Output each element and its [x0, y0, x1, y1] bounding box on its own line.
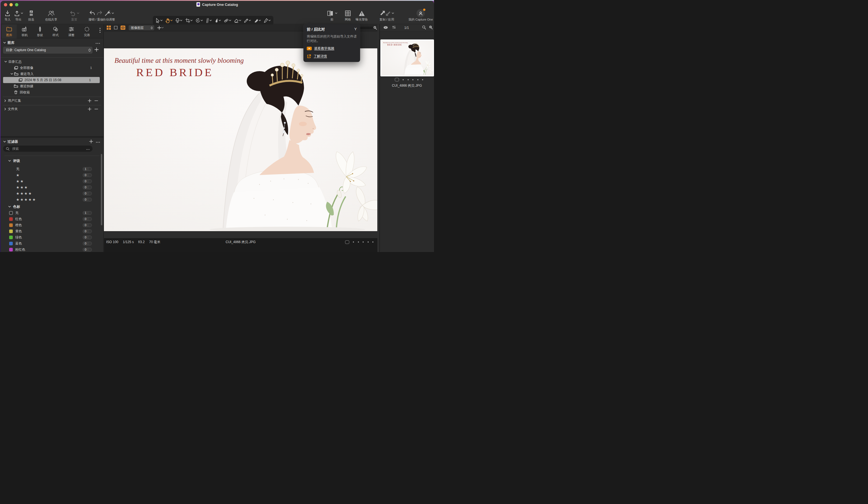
- main-toolbar: 导入 导出 筛选 在线共享: [1, 8, 434, 24]
- filter-row-color-none[interactable]: 无1: [1, 210, 103, 216]
- tab-library[interactable]: 图库: [2, 24, 17, 38]
- filter-row-color-red[interactable]: 红色0: [1, 216, 103, 222]
- remove-folder-button[interactable]: [94, 106, 98, 112]
- filter-row-color-orange[interactable]: 橙色0: [1, 222, 103, 228]
- title-bar: Capture One Catalog: [1, 1, 434, 8]
- filters-panel: 过滤器 评级 无1 ★0 ★★0 ★★★0: [1, 138, 103, 252]
- my-capture-one-button[interactable]: 我的 Capture One: [405, 9, 434, 21]
- pick-checkbox[interactable]: [395, 78, 399, 81]
- loupe-tool[interactable]: [175, 18, 182, 23]
- exposure-warning-button[interactable]: 曝光警告: [352, 9, 372, 21]
- tabs-overflow-icon[interactable]: [100, 28, 101, 34]
- filter-row-color-yellow[interactable]: 黄色0: [1, 228, 103, 234]
- pick-checkbox[interactable]: [345, 240, 349, 244]
- library-section-header[interactable]: 图库: [1, 40, 103, 45]
- count-badge: 0: [83, 197, 92, 202]
- thumbnail-selected[interactable]: [380, 40, 434, 76]
- straighten-tool[interactable]: [206, 18, 212, 23]
- pen-tool[interactable]: [264, 18, 271, 23]
- tab-shape[interactable]: 形状: [32, 24, 48, 38]
- zoom-loupe-icon[interactable]: [373, 25, 377, 30]
- add-catalog-button[interactable]: [94, 48, 99, 53]
- count-badge: 0: [83, 217, 92, 221]
- layer-select[interactable]: 图像图层: [128, 25, 154, 30]
- reset-button[interactable]: 重置: [64, 9, 84, 21]
- filter-row-color-green[interactable]: 绿色0: [1, 234, 103, 240]
- add-folder-button[interactable]: [88, 106, 91, 112]
- avatar-icon: [416, 9, 425, 18]
- proof-view-button[interactable]: [121, 25, 125, 30]
- filters-menu-icon[interactable]: [96, 140, 100, 144]
- auto-adjust-button[interactable]: 自动调整: [99, 9, 118, 21]
- tree-item-import-session[interactable]: 2024 年 5 月 25 日 15:08 1: [3, 77, 100, 83]
- tree-item-all-images[interactable]: 全部图像 1: [1, 65, 103, 71]
- filter-row-rating-1[interactable]: ★0: [1, 172, 103, 178]
- search-input[interactable]: [12, 147, 82, 151]
- filter-toolbar-button[interactable]: 筛选: [21, 9, 41, 21]
- viewer-canvas[interactable]: ISO 100 1/125 s f/3.2 70 毫米 CUI_4866 拷贝.…: [104, 31, 377, 252]
- tree-item-recent-imports[interactable]: 最近导入: [1, 71, 103, 77]
- tooltip-shortcut: Y: [354, 27, 357, 32]
- share-button[interactable]: 在线共享: [41, 9, 61, 21]
- heal-tool[interactable]: [224, 18, 231, 23]
- add-user-collection-button[interactable]: [88, 97, 91, 104]
- color-swatch-blue: [9, 242, 13, 245]
- filter-row-color-blue[interactable]: 蓝色0: [1, 240, 103, 246]
- warning-triangle-icon: [359, 9, 365, 18]
- tab-refine[interactable]: 完善: [80, 24, 94, 38]
- watch-tutorial-link[interactable]: 观看教学视频: [307, 46, 357, 51]
- tab-styles[interactable]: 样式: [48, 24, 63, 38]
- add-filter-button[interactable]: [89, 140, 93, 144]
- fill-mask-tool[interactable]: [254, 18, 261, 23]
- tree-group-catalog-collections[interactable]: 目录汇总: [1, 59, 103, 65]
- select-tool[interactable]: [156, 18, 163, 23]
- chevron-down-icon: [11, 73, 13, 75]
- tab-capture[interactable]: 联机: [17, 24, 32, 38]
- rotate-tool[interactable]: [195, 18, 203, 23]
- filters-section-header[interactable]: 过滤器: [1, 139, 103, 144]
- browser-zoom-icon[interactable]: [429, 25, 433, 31]
- before-after-tooltip: 前 / 后比对 Y 将编辑后的照片与原始导入文件进行对比。 观看教学视频 了解详…: [303, 24, 360, 62]
- brush-tool[interactable]: [215, 18, 221, 23]
- remove-user-collection-button[interactable]: [94, 97, 98, 104]
- catalog-select[interactable]: 目录: Capture One Catalog: [3, 47, 93, 54]
- color-tag-group-header[interactable]: 色标: [1, 204, 103, 210]
- filter-row-rating-5[interactable]: ★★★★★0: [1, 196, 103, 203]
- filter-icon: [28, 9, 34, 18]
- color-swatch-yellow: [9, 229, 13, 233]
- viewer-mode-button[interactable]: [114, 26, 117, 29]
- clone-tool[interactable]: [244, 18, 251, 23]
- tree-item-recent-captures[interactable]: 最近拍摄: [1, 83, 103, 89]
- screen: Beautiful time at this moment slowly blo…: [0, 0, 434, 252]
- browser-grid-view-button[interactable]: [107, 25, 111, 30]
- app-window: Capture One Catalog 导入 导出 筛选: [1, 1, 434, 252]
- filter-row-rating-4[interactable]: ★★★★0: [1, 190, 103, 196]
- browser-search-icon[interactable]: [422, 25, 426, 31]
- library-menu-icon[interactable]: [95, 41, 100, 45]
- erase-tool[interactable]: [234, 18, 241, 23]
- add-layer-button[interactable]: [157, 26, 164, 30]
- sort-icon[interactable]: [392, 25, 396, 30]
- filter-row-rating-none[interactable]: 无1: [1, 166, 103, 172]
- copy-apply-button[interactable]: 复制 / 应用: [373, 9, 401, 21]
- filter-row-color-pink[interactable]: 粉红色0: [1, 246, 103, 252]
- main-photo[interactable]: [104, 48, 377, 231]
- eye-icon[interactable]: [383, 25, 388, 30]
- pan-tool[interactable]: [165, 18, 173, 23]
- stacked-images-icon: [18, 78, 22, 82]
- color-swatch-orange: [9, 223, 13, 227]
- search-options-icon[interactable]: [86, 146, 90, 151]
- search-field[interactable]: [3, 146, 93, 152]
- rating-group-header[interactable]: 评级: [1, 158, 103, 164]
- learn-more-link[interactable]: 了解详情: [307, 54, 357, 59]
- tree-item-trash[interactable]: 回收箱: [1, 89, 103, 95]
- viewer-rating-controls[interactable]: [345, 238, 374, 246]
- chevron-down-icon: [4, 61, 7, 62]
- folder-open-icon: [14, 84, 18, 88]
- crop-tool[interactable]: [185, 18, 193, 23]
- undo-icon[interactable]: [89, 10, 95, 17]
- count-badge: 0: [83, 223, 92, 227]
- tab-adjust[interactable]: 调整: [64, 24, 79, 38]
- filter-row-rating-2[interactable]: ★★0: [1, 178, 103, 184]
- filter-row-rating-3[interactable]: ★★★0: [1, 184, 103, 190]
